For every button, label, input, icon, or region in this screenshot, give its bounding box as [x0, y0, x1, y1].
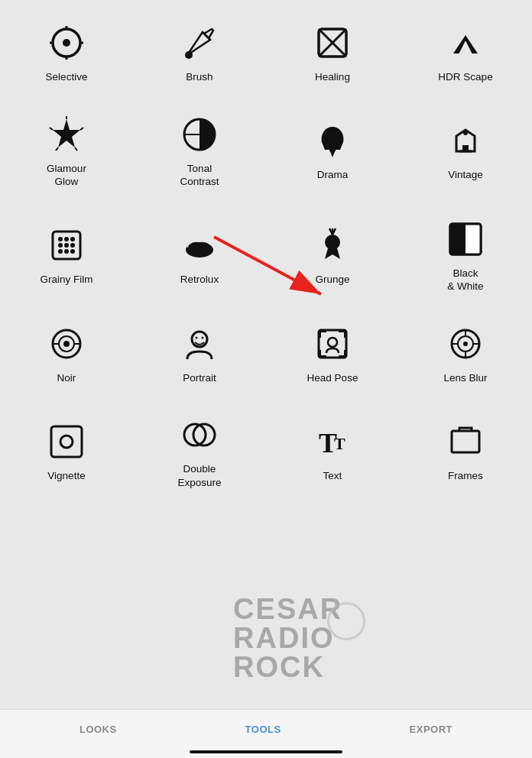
glamour-label: GlamourGlow [47, 162, 86, 189]
frames-icon [446, 422, 485, 462]
bottom-navigation: LOOKS TOOLS EXPORT [0, 709, 532, 758]
grainy-icon [47, 225, 86, 265]
svg-rect-57 [344, 330, 346, 338]
selective-tool[interactable]: Selective [0, 8, 133, 99]
black-white-tool[interactable]: Black& White [399, 204, 532, 309]
svg-rect-22 [329, 148, 336, 151]
svg-point-27 [58, 237, 63, 241]
selective-label: Selective [46, 70, 88, 84]
vintage-icon [446, 121, 485, 160]
svg-rect-61 [344, 350, 346, 358]
frames-label: Frames [448, 469, 483, 483]
tonal-label: TonalContrast [180, 162, 219, 189]
lensblur-label: Lens Blur [443, 371, 487, 385]
svg-point-51 [196, 336, 198, 339]
glamour-glow-tool[interactable]: GlamourGlow [0, 99, 133, 204]
svg-rect-59 [319, 350, 321, 358]
portrait-icon [180, 324, 219, 364]
bw-label: Black& White [447, 267, 483, 293]
head-pose-tool[interactable]: Head Pose [266, 309, 399, 400]
main-content: Selective Brush Healing HDR Scape G [0, 0, 532, 512]
svg-point-32 [58, 243, 63, 248]
svg-point-39 [325, 235, 340, 250]
noir-tool[interactable]: Noir [0, 309, 133, 400]
svg-point-35 [64, 249, 69, 254]
brush-tool[interactable]: Brush [133, 8, 266, 99]
drama-icon [313, 121, 352, 160]
brush-icon [180, 23, 219, 63]
watermark-circle [327, 602, 365, 640]
svg-rect-76 [452, 431, 479, 452]
grunge-tool[interactable]: Grunge [266, 204, 399, 309]
retrolux-label: Retrolux [180, 273, 219, 287]
svg-point-62 [328, 338, 337, 347]
frames-tool[interactable]: Frames [399, 400, 532, 504]
text-tool[interactable]: TT Text [266, 400, 399, 504]
healing-label: Healing [315, 70, 350, 84]
lensblur-icon [446, 324, 485, 364]
grunge-label: Grunge [315, 273, 349, 287]
svg-point-52 [202, 336, 204, 339]
hdr-label: HDR Scape [438, 70, 492, 84]
grunge-icon [313, 225, 352, 265]
svg-line-18 [50, 128, 53, 130]
svg-point-71 [60, 436, 73, 448]
svg-rect-53 [319, 330, 346, 358]
svg-point-28 [70, 237, 75, 241]
retrolux-tool[interactable]: Retrolux [133, 204, 266, 309]
healing-icon [313, 23, 352, 63]
lens-blur-tool[interactable]: Lens Blur [399, 309, 532, 400]
tonal-icon [180, 115, 219, 154]
svg-point-1 [63, 39, 70, 47]
svg-rect-55 [319, 330, 321, 338]
glamour-icon [47, 115, 86, 154]
vintage-label: Vintage [448, 168, 483, 182]
watermark-text: CesarRadioROCK [233, 594, 342, 682]
vignette-tool[interactable]: Vignette [0, 400, 133, 504]
grainy-film-tool[interactable]: Grainy Film [0, 204, 133, 309]
drama-tool[interactable]: Drama [266, 99, 399, 204]
svg-point-31 [64, 243, 69, 248]
vignette-label: Vignette [47, 469, 85, 483]
tab-bar: LOOKS TOOLS EXPORT [0, 710, 532, 744]
tonal-contrast-tool[interactable]: TonalContrast [133, 99, 266, 204]
bw-icon [446, 219, 485, 259]
svg-marker-13 [53, 119, 80, 147]
drama-label: Drama [317, 168, 349, 182]
tools-grid: Selective Brush Healing HDR Scape G [0, 0, 532, 512]
svg-point-47 [63, 341, 70, 347]
double-label: DoubleExposure [177, 462, 221, 489]
portrait-label: Portrait [183, 371, 216, 385]
svg-rect-70 [51, 426, 82, 457]
home-indicator [190, 750, 342, 753]
double-exposure-tool[interactable]: DoubleExposure [133, 400, 266, 504]
vintage-tool[interactable]: Vintage [399, 99, 532, 204]
tab-looks[interactable]: LOOKS [73, 721, 123, 738]
grainy-label: Grainy Film [40, 273, 92, 287]
svg-point-30 [70, 249, 75, 254]
brush-label: Brush [186, 70, 212, 84]
svg-point-33 [70, 243, 75, 248]
healing-tool[interactable]: Healing [266, 8, 399, 99]
headpose-label: Head Pose [307, 371, 358, 385]
selective-icon [47, 23, 86, 63]
tab-export[interactable]: EXPORT [404, 721, 459, 738]
tab-tools[interactable]: TOOLS [239, 721, 287, 738]
hdr-scape-tool[interactable]: HDR Scape [399, 8, 532, 99]
svg-line-17 [56, 147, 58, 151]
noir-icon [47, 324, 86, 364]
double-icon [180, 415, 219, 455]
svg-line-15 [80, 128, 83, 130]
svg-point-29 [58, 249, 63, 254]
headpose-icon [313, 324, 352, 364]
noir-label: Noir [57, 371, 76, 385]
svg-point-6 [185, 51, 193, 59]
svg-text:T: T [334, 434, 345, 453]
vignette-icon [47, 422, 86, 462]
watermark: CesarRadioROCK [233, 594, 342, 682]
portrait-tool[interactable]: Portrait [133, 309, 266, 400]
retrolux-icon [180, 225, 219, 265]
text-label: Text [323, 469, 342, 483]
svg-line-16 [75, 147, 77, 151]
text-icon: TT [313, 422, 352, 462]
